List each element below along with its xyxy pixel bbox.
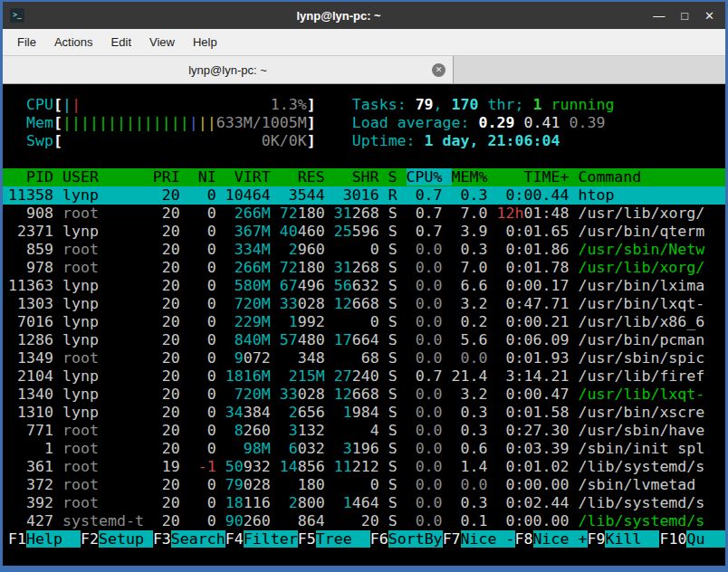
minimize-button[interactable]: — — [653, 9, 665, 23]
virt-cell: 840M — [225, 331, 280, 348]
sort-column-header[interactable]: CPU% — [407, 168, 452, 186]
process-row[interactable]: 7016 lynp 20 0 229M 1992 0 S 0.0 0.2 0:0… — [3, 313, 725, 331]
shr-cell: 668 — [352, 386, 388, 403]
shr-cell: 268 — [352, 205, 388, 222]
res-cell: 992 — [298, 313, 334, 330]
virt-cell: 8 — [225, 422, 244, 439]
menu-item-view[interactable]: View — [140, 31, 184, 53]
pid-cell: 1303 — [8, 295, 62, 312]
process-row[interactable]: 427 systemd-t 20 0 90260 864 20 S 0.0 0.… — [3, 512, 725, 530]
process-row[interactable]: 2104 lynp 20 0 1816M 215M 27240 S 0.7 21… — [3, 367, 725, 386]
close-button[interactable]: ✕ — [704, 9, 714, 23]
fkey-f10[interactable]: F10Qu — [659, 530, 725, 548]
shr-cell: 31 — [334, 259, 352, 276]
pid-cell: 11363 — [8, 277, 62, 294]
process-row[interactable]: 392 root 20 0 18116 2800 1464 S 0.0 0.3 … — [3, 494, 725, 512]
priority-cell: 20 — [153, 295, 189, 312]
state-cell: S — [388, 440, 407, 457]
virt-cell: 464 — [244, 186, 280, 204]
process-row[interactable]: 1349 root 20 0 9072 348 68 S 0.0 0.0 0:0… — [3, 349, 725, 367]
nice-cell: 0 — [189, 512, 225, 529]
cpu-cell: 0.0 — [407, 512, 452, 529]
pid-cell: 7016 — [8, 313, 62, 330]
priority-cell: 20 — [153, 205, 189, 222]
cpu-meter-label: CPU — [8, 96, 53, 113]
menu-item-file[interactable]: File — [8, 31, 45, 53]
virt-cell: 720M — [225, 386, 280, 403]
process-row[interactable]: 361 root 19 -1 50932 14856 11212 S 0.0 1… — [3, 458, 725, 476]
res-cell: 14 — [280, 458, 298, 475]
fkey-f2[interactable]: F2Setup — [81, 530, 153, 548]
fkey-f7[interactable]: F7Nice - — [443, 530, 515, 548]
process-row[interactable]: 1340 lynp 20 0 720M 33028 12668 S 0.0 3.… — [3, 386, 725, 404]
command-cell: /usr/sbin/spic — [578, 349, 704, 367]
fkey-f1[interactable]: F1Help — [8, 530, 81, 548]
time-cell: 0:02.44 — [497, 494, 579, 511]
pid-cell: 1 — [8, 440, 62, 457]
fkey-f9[interactable]: F9Kill — [588, 530, 660, 548]
cpu-cell: 0.7 — [407, 223, 452, 240]
mem-cell: 0.2 — [452, 313, 497, 330]
user-cell: lynp — [62, 295, 153, 312]
virt-cell: 266M — [225, 205, 280, 222]
menu-item-actions[interactable]: Actions — [45, 31, 102, 53]
cpu-cell: 0.7 — [407, 186, 452, 204]
fkey-f4[interactable]: F4Filter — [225, 530, 298, 548]
process-row[interactable]: 978 root 20 0 266M 72180 31268 S 0.0 7.0… — [3, 259, 725, 277]
state-cell: S — [388, 386, 407, 403]
shr-cell: 12 — [334, 295, 352, 312]
process-row[interactable]: 771 root 20 0 8260 3132 4 S 0.0 0.3 0:27… — [3, 422, 725, 440]
process-row[interactable]: 1310 lynp 20 0 34384 2656 1984 S 0.0 0.3… — [3, 404, 725, 422]
process-row[interactable]: 11363 lynp 20 0 580M 67496 56632 S 0.0 6… — [3, 277, 725, 295]
terminal-tab[interactable]: lynp@lyn-pc: ~ ✕ — [3, 56, 454, 83]
virt-cell: 18 — [225, 494, 244, 511]
state-cell: S — [388, 404, 407, 421]
cpu-cell: 0.0 — [407, 277, 452, 294]
nice-cell: 0 — [189, 440, 225, 457]
res-cell: 028 — [298, 386, 334, 403]
state-cell: S — [388, 241, 407, 258]
tab-close-icon[interactable]: ✕ — [432, 63, 445, 77]
menu-item-help[interactable]: Help — [184, 31, 226, 53]
pid-cell: 1340 — [8, 386, 62, 403]
fkey-f5[interactable]: F5Tree — [298, 530, 370, 548]
nice-cell: 0 — [189, 367, 225, 385]
menu-item-edit[interactable]: Edit — [102, 31, 140, 53]
state-cell: S — [388, 313, 407, 330]
process-row[interactable]: 859 root 20 0 334M 2960 0 S 0.0 0.3 0:01… — [3, 241, 725, 259]
process-row[interactable]: 11358 lynp 20 0 10464 3544 3016 R 0.7 0.… — [3, 186, 725, 205]
shr-cell: 17 — [334, 331, 352, 348]
mem-cell: 0.3 — [452, 494, 497, 511]
process-row[interactable]: 908 root 20 0 266M 72180 31268 S 0.7 7.0… — [3, 205, 725, 223]
user-cell: root — [62, 259, 153, 276]
time-cell: 0:47.71 — [497, 295, 579, 312]
mem-cell: 7.0 — [452, 259, 497, 276]
process-row[interactable]: 2371 lynp 20 0 367M 40460 25596 S 0.7 3.… — [3, 223, 725, 241]
shr-cell: 196 — [352, 440, 388, 457]
shr-cell: 4 — [334, 422, 388, 439]
command-cell: /usr/lib/firef — [578, 367, 704, 385]
process-row[interactable]: 1303 lynp 20 0 720M 33028 12668 S 0.0 3.… — [3, 295, 725, 313]
fkey-f8[interactable]: F8Nice + — [515, 530, 588, 548]
process-row[interactable]: 1 root 20 0 98M 6032 3196 S 0.0 0.6 0:03… — [3, 440, 725, 458]
maximize-button[interactable]: □ — [681, 9, 688, 23]
command-cell: /usr/bin/qterm — [578, 223, 704, 240]
function-key-bar: F1Help F2Setup F3SearchF4FilterF5Tree F6… — [3, 530, 725, 548]
process-row[interactable]: 1286 lynp 20 0 840M 57480 17664 S 0.0 5.… — [3, 331, 725, 349]
fkey-f6[interactable]: F6SortBy — [370, 530, 443, 548]
res-cell: 960 — [298, 241, 334, 258]
state-cell: S — [388, 367, 407, 385]
priority-cell: 20 — [153, 186, 189, 204]
time-cell: 0:00.47 — [497, 386, 579, 403]
process-table-header[interactable]: PID USER PRI NI VIRT RES SHR S CPU% MEM%… — [3, 168, 725, 186]
shr-cell: 56 — [334, 277, 352, 294]
priority-cell: 20 — [153, 386, 189, 403]
res-cell: 856 — [298, 458, 334, 475]
time-cell: 0:01.58 — [497, 404, 579, 421]
process-row[interactable]: 372 root 20 0 79028 180 0 S 0.0 0.0 0:00… — [3, 476, 725, 494]
fkey-f3[interactable]: F3Search — [153, 530, 225, 548]
time-cell: 0:00.00 — [497, 512, 579, 529]
mem-cell: 0.0 — [452, 349, 497, 367]
virt-cell: 1816M — [225, 367, 280, 385]
user-cell: lynp — [62, 313, 153, 330]
